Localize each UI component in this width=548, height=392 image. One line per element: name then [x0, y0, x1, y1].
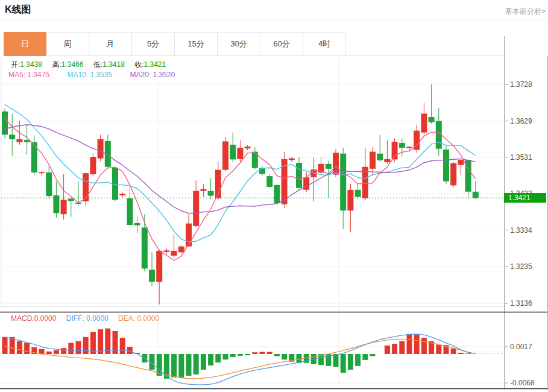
candle-19 — [142, 227, 148, 268]
open-value: 1.3438 — [20, 60, 42, 69]
candle-16 — [119, 194, 125, 196]
candle-17 — [127, 198, 133, 225]
ohlc-readout: 开:1.3438 高:1.3466 低:1.3418 收:1.3421 — [11, 60, 166, 70]
macd-bar-35 — [260, 352, 265, 355]
candle-27 — [200, 189, 206, 191]
dea-value: DEA: 0.0000 — [118, 314, 159, 323]
candle-4 — [31, 142, 37, 172]
candle-0 — [2, 112, 8, 135]
macd-bar-33 — [245, 354, 250, 355]
high-label: 高: — [52, 60, 61, 69]
candle-54 — [399, 143, 405, 148]
candle-28 — [208, 191, 214, 196]
macd-bar-0 — [2, 337, 8, 354]
low-value: 1.3418 — [102, 60, 125, 69]
macd-bar-13 — [98, 329, 103, 354]
candle-8 — [61, 200, 67, 214]
macd-bar-27 — [201, 354, 206, 370]
macd-bar-47 — [348, 354, 353, 370]
macd-bar-29 — [215, 354, 221, 362]
candle-41 — [303, 177, 309, 190]
macd-bar-3 — [24, 343, 30, 354]
candle-64 — [473, 192, 479, 198]
candles-layer — [2, 84, 479, 305]
macd-bar-8 — [61, 348, 66, 354]
macd-bar-37 — [274, 354, 280, 356]
candle-53 — [392, 142, 398, 159]
close-label: 收: — [134, 60, 143, 69]
candle-35 — [259, 168, 265, 174]
macd-bar-9 — [68, 343, 74, 354]
macd-bar-46 — [341, 354, 346, 373]
candle-21 — [156, 251, 162, 282]
macd-bar-11 — [83, 337, 89, 354]
ma10-line — [5, 105, 476, 242]
candle-48 — [355, 190, 361, 197]
candle-18 — [134, 223, 140, 226]
candle-11 — [83, 173, 89, 201]
macd-bar-24 — [178, 354, 184, 378]
macd-bar-34 — [252, 352, 257, 354]
current-price-badge: 1.3421 — [504, 193, 546, 203]
open-label: 开: — [11, 60, 20, 69]
close-value: 1.3421 — [144, 60, 166, 69]
macd-tick-label: 0.0017 — [510, 343, 546, 351]
candle-58 — [429, 117, 435, 122]
macd-bar-7 — [54, 350, 59, 354]
candle-24 — [178, 247, 184, 253]
candle-44 — [326, 164, 332, 169]
candle-30 — [222, 141, 228, 169]
macd-bar-53 — [392, 344, 397, 354]
candle-37 — [274, 185, 280, 203]
macd-bar-63 — [465, 353, 471, 354]
price-tick-label: 1.3728 — [510, 80, 546, 89]
candle-7 — [53, 195, 59, 213]
candle-47 — [347, 190, 353, 210]
macd-bar-61 — [451, 349, 456, 354]
macd-bar-30 — [223, 354, 228, 359]
macd-bar-50 — [370, 354, 376, 356]
macd-bar-57 — [421, 338, 427, 354]
macd-tick-label: -0.0068 — [510, 379, 546, 387]
macd-bar-48 — [355, 354, 361, 366]
candle-62 — [458, 160, 464, 165]
macd-value: MACD:0.0000 — [11, 314, 56, 323]
candle-33 — [245, 147, 251, 148]
candle-52 — [384, 159, 390, 162]
candle-57 — [421, 113, 427, 132]
candle-1 — [9, 134, 15, 139]
price-tick-label: 1.3334 — [510, 226, 546, 235]
macd-bar-52 — [385, 346, 390, 354]
price-tick-label: 1.3629 — [510, 117, 546, 125]
macd-bar-6 — [46, 352, 52, 354]
ma10-value: MA10: 1.3535 — [67, 71, 112, 79]
high-value: 1.3466 — [61, 60, 84, 69]
price-tick-label: 1.3531 — [510, 153, 546, 162]
kline-page: K线图 基本面分析> 日周月5分15分30分60分4时 开:1.3438 高:1… — [0, 0, 548, 392]
candle-55 — [406, 147, 412, 148]
candle-60 — [443, 150, 449, 182]
candle-5 — [39, 172, 45, 173]
kline-chart — [0, 0, 548, 392]
diff-line — [5, 334, 476, 385]
candle-36 — [266, 176, 272, 187]
low-label: 低: — [93, 60, 102, 69]
macd-bar-5 — [39, 349, 45, 355]
candle-50 — [370, 152, 376, 169]
candle-31 — [230, 145, 236, 160]
dea-line — [5, 339, 476, 379]
macd-bar-2 — [17, 341, 22, 354]
macd-bar-56 — [414, 335, 420, 355]
price-tick-label: 1.3136 — [510, 299, 546, 308]
ma20-value: MA20: 1.3520 — [130, 71, 175, 79]
ma-readout: MA5: 1.3475 MA10: 1.3535 MA20: 1.3520 — [8, 71, 175, 79]
macd-bar-55 — [407, 334, 412, 354]
candle-12 — [90, 157, 96, 174]
macd-bar-25 — [186, 354, 192, 376]
macd-bar-36 — [267, 352, 272, 355]
macd-bar-38 — [282, 354, 287, 359]
macd-bar-10 — [76, 341, 81, 354]
candle-22 — [163, 250, 169, 252]
candle-6 — [46, 172, 52, 196]
candle-40 — [296, 163, 302, 188]
